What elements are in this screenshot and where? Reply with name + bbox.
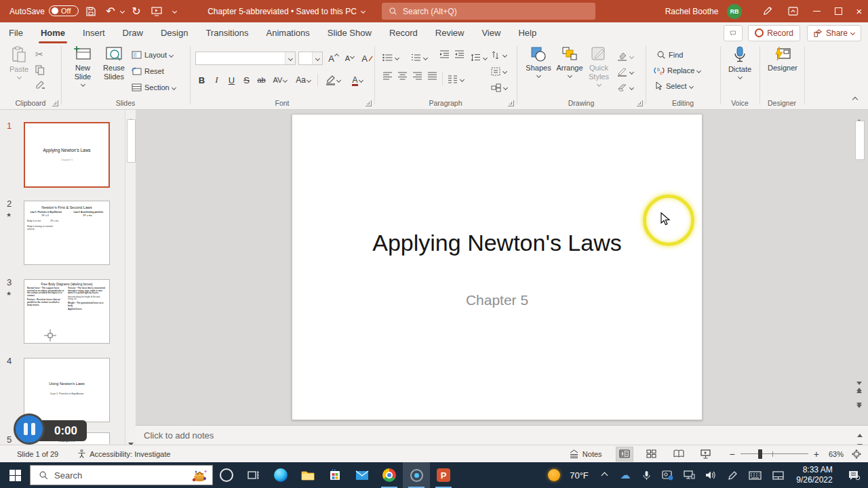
clock[interactable]: 8:33 AM 9/26/2022	[789, 462, 840, 488]
autosave-toggle[interactable]: Off	[49, 5, 79, 16]
justify-button[interactable]	[427, 72, 437, 80]
tab-review[interactable]: Review	[427, 22, 473, 43]
canvas-scrollbar-thumb[interactable]	[855, 121, 865, 160]
ribbon-display-options-icon[interactable]	[784, 0, 802, 22]
increase-indent-button[interactable]	[454, 50, 465, 58]
volume-icon[interactable]	[700, 462, 722, 488]
slide-subtitle[interactable]: Chapter 5	[292, 292, 702, 308]
save-icon[interactable]	[84, 0, 98, 22]
hidden-icons-chevron[interactable]	[594, 462, 614, 488]
display-icon[interactable]	[678, 462, 700, 488]
thumbnail-slide-2[interactable]: Newton's First & Second Laws Law 1: Part…	[24, 201, 110, 265]
shapes-button[interactable]: Shapes	[524, 46, 553, 77]
text-shadow-button[interactable]: ab	[255, 73, 268, 87]
next-slide-button[interactable]	[856, 403, 862, 408]
tray-microphone-icon[interactable]	[636, 462, 656, 488]
share-button[interactable]: Share	[807, 25, 861, 41]
scroll-down-icon[interactable]	[856, 375, 862, 388]
copy-icon[interactable]	[35, 65, 45, 75]
document-title[interactable]: Chapter 5-abbreviated • Saved to this PC	[198, 0, 374, 22]
highlight-color-button[interactable]	[323, 73, 343, 87]
align-left-button[interactable]	[382, 72, 393, 80]
accessibility-status[interactable]: Accessibility: Investigate	[77, 449, 170, 458]
fit-slide-to-window-button[interactable]	[852, 449, 861, 459]
reset-button[interactable]: Reset	[132, 64, 164, 79]
tray-app-icon[interactable]	[656, 462, 678, 488]
notes-placeholder[interactable]: Click to add notes	[144, 430, 214, 441]
zoom-out-button[interactable]: −	[730, 449, 735, 460]
tab-file[interactable]: File	[0, 22, 32, 43]
underline-button[interactable]: U	[225, 73, 238, 87]
powerpoint-icon[interactable]: P	[430, 462, 457, 488]
user-name[interactable]: Rachel Boothe	[661, 0, 722, 22]
reading-view-button[interactable]	[670, 447, 688, 462]
zoom-slider-thumb[interactable]	[758, 449, 762, 459]
font-color-button[interactable]: A	[347, 73, 368, 87]
line-spacing-button[interactable]	[471, 50, 487, 65]
comments-button[interactable]	[724, 25, 743, 41]
clipboard-dialog-launcher[interactable]	[52, 100, 58, 106]
panel-scrollbar-thumb[interactable]	[127, 119, 136, 163]
notes-pane[interactable]: Click to add notes	[136, 425, 868, 445]
tab-transitions[interactable]: Transitions	[197, 22, 257, 43]
grow-font-button[interactable]: A	[327, 52, 340, 65]
new-slide-button[interactable]: New Slide	[68, 46, 98, 86]
font-name-combobox[interactable]	[195, 52, 296, 65]
designer-button[interactable]: Designer	[766, 46, 799, 73]
collapse-ribbon-icon[interactable]	[853, 95, 857, 103]
tab-insert[interactable]: Insert	[74, 22, 114, 43]
touchpad-icon[interactable]	[766, 462, 789, 488]
shape-fill-button[interactable]	[617, 49, 633, 64]
onedrive-icon[interactable]: ☁	[614, 462, 636, 488]
slide-title[interactable]: Applying Newton's Laws	[292, 230, 702, 256]
minimize-button[interactable]	[807, 0, 826, 22]
convert-to-smartart-button[interactable]	[491, 80, 507, 95]
thumbnail-slide-1[interactable]: Applying Newton's Laws Chapter 5	[24, 122, 110, 188]
previous-slide-button[interactable]	[856, 388, 862, 393]
align-right-button[interactable]	[412, 72, 422, 80]
normal-view-button[interactable]	[616, 447, 633, 462]
slide-show-button[interactable]	[697, 447, 715, 462]
weather-sun-icon[interactable]	[544, 462, 564, 488]
pause-recording-button[interactable]	[14, 413, 45, 445]
thumbnail-slide-3[interactable]: Free Body Diagrams (labeling forces) Nor…	[24, 279, 110, 344]
character-spacing-button[interactable]: AV	[270, 73, 290, 87]
zoom-slider[interactable]	[741, 449, 808, 459]
change-case-button[interactable]: Aa	[293, 73, 313, 87]
zoom-in-button[interactable]: +	[814, 449, 819, 460]
current-slide[interactable]: Applying Newton's Laws Chapter 5	[292, 114, 703, 420]
quick-access-dropdown-icon[interactable]	[170, 0, 179, 22]
notification-center-icon[interactable]	[840, 462, 868, 488]
paragraph-dialog-launcher[interactable]	[508, 100, 514, 106]
tab-help[interactable]: Help	[509, 22, 545, 43]
tab-slide-show[interactable]: Slide Show	[319, 22, 380, 43]
bold-button[interactable]: B	[195, 73, 208, 87]
cut-icon[interactable]: ✂	[35, 49, 43, 60]
clear-formatting-button[interactable]: A	[361, 52, 374, 65]
align-center-button[interactable]	[397, 72, 408, 80]
find-button[interactable]: Find	[656, 47, 683, 62]
microsoft-store-icon[interactable]	[321, 462, 349, 488]
section-button[interactable]: Section	[132, 80, 176, 95]
record-button[interactable]: Record	[748, 25, 800, 41]
tab-view[interactable]: View	[473, 22, 509, 43]
thumbnail-slide-4[interactable]: Using Newton's Laws Case 1: Particles in…	[24, 358, 110, 422]
start-from-beginning-icon[interactable]	[149, 0, 164, 22]
columns-button[interactable]	[448, 72, 464, 87]
chrome-icon[interactable]	[376, 462, 403, 488]
paste-button[interactable]: Paste	[5, 46, 33, 79]
notes-toggle-button[interactable]: Notes	[569, 449, 602, 458]
start-button[interactable]	[0, 462, 30, 488]
text-direction-button[interactable]	[491, 47, 507, 62]
avatar[interactable]: RB	[727, 4, 742, 19]
tab-home[interactable]: Home	[32, 22, 74, 43]
italic-button[interactable]: I	[210, 73, 223, 87]
format-painter-icon[interactable]	[35, 80, 45, 90]
cortana-icon[interactable]	[213, 462, 240, 488]
drawing-dialog-launcher[interactable]	[637, 100, 643, 106]
reuse-slides-button[interactable]: Reuse Slides	[99, 46, 129, 81]
decrease-indent-button[interactable]	[439, 50, 450, 58]
undo-icon[interactable]: ↶	[103, 0, 118, 22]
tab-animations[interactable]: Animations	[258, 22, 319, 43]
tab-draw[interactable]: Draw	[114, 22, 152, 43]
